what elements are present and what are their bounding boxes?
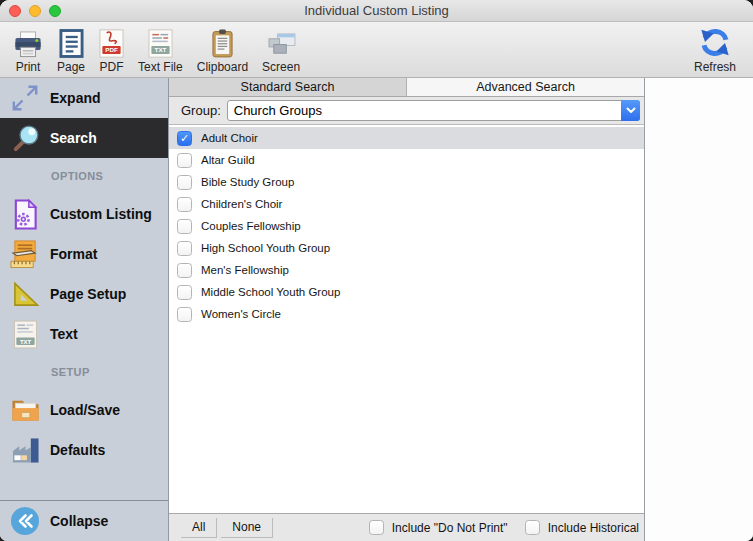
sidebar-item-defaults[interactable]: Defaults	[0, 430, 168, 470]
text-file-label: Text File	[138, 60, 183, 74]
sidebar-item-label: Page Setup	[50, 286, 126, 302]
sidebar-item-custom-listing[interactable]: Custom Listing	[0, 194, 168, 234]
chevron-down-icon[interactable]	[621, 100, 640, 121]
checkbox[interactable]	[177, 153, 192, 168]
checkbox[interactable]	[369, 520, 384, 535]
list-item-label: Women's Circle	[201, 308, 281, 320]
expand-icon	[0, 82, 50, 114]
list-item-label: High School Youth Group	[201, 242, 330, 254]
pdf-button[interactable]: PDF PDF	[92, 27, 131, 74]
include-do-not-print-label: Include "Do Not Print"	[392, 521, 508, 535]
checkbox[interactable]	[177, 197, 192, 212]
list-item[interactable]: Bible Study Group	[169, 171, 644, 193]
app-window: Individual Custom Listing Print	[0, 0, 753, 541]
list-item[interactable]: ✓ Adult Choir	[169, 127, 644, 149]
screen-label: Screen	[262, 60, 300, 74]
clipboard-icon	[211, 27, 234, 58]
checkbox[interactable]	[177, 219, 192, 234]
clipboard-button[interactable]: Clipboard	[190, 27, 255, 74]
list-item[interactable]: High School Youth Group	[169, 237, 644, 259]
window-controls	[0, 5, 61, 17]
clipboard-label: Clipboard	[197, 60, 248, 74]
sidebar-item-label: Collapse	[50, 513, 108, 529]
sidebar-item-label: Search	[50, 130, 97, 146]
include-historical-option[interactable]: Include Historical	[525, 520, 639, 535]
sidebar-item-load-save[interactable]: Load/Save	[0, 390, 168, 430]
list-item-label: Couples Fellowship	[201, 220, 301, 232]
sidebar-item-expand[interactable]: Expand	[0, 78, 168, 118]
sidebar-item-label: Expand	[50, 90, 101, 106]
print-button[interactable]: Print	[6, 27, 50, 74]
group-label: Group:	[181, 103, 221, 118]
preview-panel	[645, 78, 753, 541]
list-item[interactable]: Women's Circle	[169, 303, 644, 325]
text-file-icon: TXT	[148, 27, 173, 58]
list-item[interactable]: Middle School Youth Group	[169, 281, 644, 303]
group-dropdown-value: Church Groups	[228, 103, 621, 118]
sidebar-item-search[interactable]: Search	[0, 118, 168, 158]
tab-label: Advanced Search	[476, 80, 575, 94]
sidebar-item-text[interactable]: TXT Text	[0, 314, 168, 354]
checkbox[interactable]	[525, 520, 540, 535]
checkbox[interactable]	[177, 285, 192, 300]
text-icon: TXT	[0, 320, 50, 349]
window-title: Individual Custom Listing	[0, 3, 753, 18]
list-item-label: Bible Study Group	[201, 176, 294, 188]
sidebar-item-label: Load/Save	[50, 402, 120, 418]
list-item-label: Adult Choir	[201, 132, 258, 144]
tab-standard-search[interactable]: Standard Search	[169, 78, 407, 96]
pdf-file-icon: PDF	[99, 27, 124, 58]
page-icon	[59, 27, 84, 58]
list-item[interactable]: Couples Fellowship	[169, 215, 644, 237]
tab-advanced-search[interactable]: Advanced Search	[407, 78, 644, 96]
none-button[interactable]: None	[221, 518, 273, 538]
group-row: Group: Church Groups	[169, 97, 644, 125]
group-list: ✓ Adult Choir Altar Guild Bible Study Gr…	[169, 125, 644, 513]
custom-listing-icon	[0, 199, 50, 230]
refresh-label: Refresh	[694, 60, 736, 74]
search-icon	[0, 122, 50, 155]
checkbox[interactable]	[177, 263, 192, 278]
zoom-button[interactable]	[49, 5, 61, 17]
checkbox[interactable]	[177, 175, 192, 190]
sidebar: Expand Search OPTIONS	[0, 78, 169, 541]
svg-text:TXT: TXT	[19, 338, 31, 344]
page-button[interactable]: Page	[50, 27, 92, 74]
all-button[interactable]: All	[181, 518, 217, 538]
checkbox[interactable]	[177, 307, 192, 322]
sidebar-section-options: OPTIONS	[0, 158, 168, 194]
print-label: Print	[16, 60, 41, 74]
page-label: Page	[57, 60, 85, 74]
list-footer: All None Include "Do Not Print" Include …	[169, 513, 644, 541]
title-bar: Individual Custom Listing	[0, 0, 753, 22]
list-item-label: Altar Guild	[201, 154, 255, 166]
include-do-not-print-option[interactable]: Include "Do Not Print"	[369, 520, 508, 535]
group-dropdown[interactable]: Church Groups	[227, 100, 640, 121]
list-item[interactable]: Children's Choir	[169, 193, 644, 215]
svg-text:TXT: TXT	[154, 46, 166, 53]
sidebar-item-page-setup[interactable]: Page Setup	[0, 274, 168, 314]
printer-icon	[13, 27, 43, 58]
text-file-button[interactable]: TXT Text File	[131, 27, 190, 74]
include-historical-label: Include Historical	[548, 521, 639, 535]
sidebar-spacer	[0, 470, 168, 500]
factory-icon	[0, 437, 50, 464]
checkbox[interactable]	[177, 241, 192, 256]
tab-label: Standard Search	[241, 80, 335, 94]
list-item[interactable]: Men's Fellowship	[169, 259, 644, 281]
list-item[interactable]: Altar Guild	[169, 149, 644, 171]
list-item-label: Children's Choir	[201, 198, 282, 210]
minimize-button[interactable]	[29, 5, 41, 17]
sidebar-item-collapse[interactable]: Collapse	[0, 500, 168, 541]
checkbox[interactable]: ✓	[177, 131, 192, 146]
folder-icon	[0, 396, 50, 424]
screen-icon	[266, 27, 296, 58]
close-button[interactable]	[9, 5, 21, 17]
sidebar-item-format[interactable]: Format	[0, 234, 168, 274]
sidebar-section-setup: SETUP	[0, 354, 168, 390]
sidebar-item-label: Custom Listing	[50, 206, 152, 222]
pdf-label: PDF	[100, 60, 124, 74]
sidebar-item-label: Defaults	[50, 442, 105, 458]
refresh-button[interactable]: Refresh	[687, 27, 743, 74]
screen-button[interactable]: Screen	[255, 27, 307, 74]
